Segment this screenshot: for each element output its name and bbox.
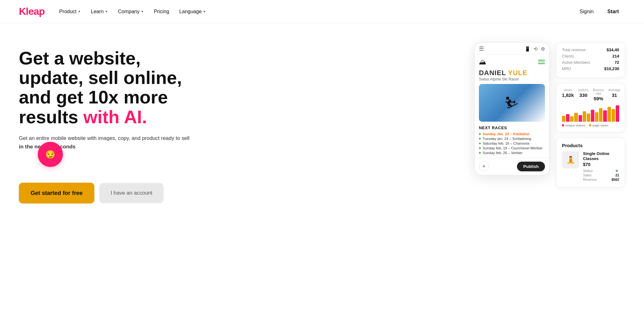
navbar: Kleap Product ▼ Learn ▼ Company ▼ Pricin…	[0, 0, 644, 23]
chart-stat-average: Average 31	[608, 88, 621, 101]
phone-content: ⛰ DANIEL YULE Swiss Alpine Ski Racer ⛷	[475, 54, 549, 155]
menu-line	[538, 60, 545, 61]
chevron-down-icon: ▼	[105, 10, 108, 13]
race-item-2: Tuesday jan. 24 – Schladming	[479, 137, 545, 141]
products-card: Products 🧘 Single Online Classes $70 Sta…	[556, 137, 625, 187]
get-started-button[interactable]: Get started for free	[19, 183, 94, 203]
chevron-down-icon: ▼	[203, 10, 206, 13]
hero-left: Get a website, update, sell online, and …	[19, 42, 233, 203]
bar	[595, 112, 598, 122]
hero-title: Get a website, update, sell online, and …	[19, 48, 233, 127]
race-dot	[479, 152, 481, 154]
phone-athlete-name: DANIEL YULE	[479, 69, 545, 77]
bar	[591, 110, 594, 122]
product-image: 🧘	[562, 151, 579, 169]
bar	[583, 111, 586, 122]
phone-athlete-image: ⛷	[479, 84, 545, 122]
race-dot	[479, 142, 481, 144]
hero-cta-area: 😏 Get started for free I have an account	[19, 164, 233, 203]
phone-bottom-bar: + Publish	[475, 158, 549, 175]
bar	[608, 107, 611, 122]
product-name: Single Online Classes	[583, 151, 619, 161]
bar	[616, 105, 619, 122]
bar	[603, 110, 607, 122]
phone-icon: 📱	[525, 46, 530, 52]
nav-company[interactable]: Company ▼	[114, 6, 148, 17]
nav-product[interactable]: Product ▼	[55, 6, 85, 17]
nav-language[interactable]: Language ▼	[175, 6, 210, 17]
product-detail-sales: Sales 21	[583, 173, 619, 177]
bar	[579, 115, 582, 122]
product-row: 🧘 Single Online Classes $70 Status Sales…	[562, 151, 619, 182]
mascot-face: 😏	[45, 150, 55, 159]
bar	[587, 114, 590, 122]
bar	[566, 114, 569, 122]
phone-brand-logo: ⛰	[479, 58, 486, 66]
bar	[599, 108, 602, 122]
bar	[574, 113, 578, 122]
revenue-row-2: Clients 214	[562, 54, 619, 58]
race-item-3: Saturday feb. 16 – Chamonix	[479, 141, 545, 145]
chart-card: views 1,82k visitors 330 Bounce rate 59%…	[556, 83, 625, 132]
bar-chart	[562, 104, 619, 122]
chevron-down-icon: ▼	[141, 10, 144, 13]
race-dot	[479, 138, 481, 140]
chevron-down-icon: ▼	[78, 10, 81, 13]
product-detail-status: Status	[583, 169, 619, 173]
product-detail-revenue: Revenue $562	[583, 178, 619, 181]
signin-link[interactable]: Signin	[580, 9, 593, 14]
phone-add-button[interactable]: +	[479, 161, 489, 171]
logo[interactable]: Kleap	[19, 6, 45, 17]
phone-menu-lines	[538, 60, 545, 64]
stats-cards: Total revenue $34,40 Clients 214 Active …	[556, 42, 625, 187]
bar	[562, 116, 565, 122]
nav-learn[interactable]: Learn ▼	[86, 6, 112, 17]
legend-dot-yellow	[589, 124, 591, 126]
chart-legend: unique visitors page views	[562, 124, 619, 127]
race-dot	[479, 147, 481, 149]
legend-page-views: page views	[589, 124, 608, 127]
menu-line	[538, 62, 545, 63]
phone-races-list: Sunday Jan. 22 – Kitzbühel Tuesday jan. …	[479, 132, 545, 155]
phone-top-bar: ☰ 📱 ⟲ ⚙	[475, 42, 549, 54]
start-link[interactable]: Start	[601, 6, 625, 17]
hero-right: ☰ 📱 ⟲ ⚙ ⛰	[474, 42, 625, 187]
bar	[612, 109, 615, 122]
race-item-1: Sunday Jan. 22 – Kitzbühel	[479, 132, 545, 136]
chart-stat-bounce: Bounce rate 59%	[593, 88, 604, 101]
hamburger-icon: ☰	[479, 46, 484, 52]
phone-logo-row: ⛰	[479, 58, 545, 66]
phone-races-title: NEXT RACES	[479, 125, 545, 130]
phone-athlete-subtitle: Swiss Alpine Ski Racer	[479, 77, 545, 81]
settings-icon: ⚙	[541, 46, 545, 52]
chart-stat-views: views 1,82k	[562, 88, 574, 101]
product-info: Single Online Classes $70 Status Sales 2…	[583, 151, 619, 182]
status-dot	[616, 170, 618, 172]
nav-pricing[interactable]: Pricing	[149, 6, 174, 17]
product-price: $70	[583, 162, 619, 167]
legend-unique-visitors: unique visitors	[562, 124, 585, 127]
revenue-row-3: Active Members 72	[562, 60, 619, 65]
products-card-title: Products	[562, 143, 619, 148]
bar	[570, 116, 574, 122]
have-account-button[interactable]: I have an account	[99, 183, 164, 203]
chart-stats-row: views 1,82k visitors 330 Bounce rate 59%…	[562, 88, 619, 101]
revenue-row-1: Total revenue $34,40	[562, 47, 619, 52]
chart-stat-visitors: visitors 330	[578, 88, 588, 101]
revenue-card: Total revenue $34,40 Clients 214 Active …	[556, 42, 625, 78]
nav-links: Product ▼ Learn ▼ Company ▼ Pricing Lang…	[55, 6, 210, 17]
phone-top-bar-right: 📱 ⟲ ⚙	[525, 46, 545, 52]
revenue-row-4: MRO $10,230	[562, 66, 619, 71]
race-item-4: Sunday feb. 19 – Courchevel Méribel	[479, 146, 545, 150]
nav-right: Signin Start	[580, 6, 625, 17]
race-item-5: Sunday feb. 26 – Verbier	[479, 151, 545, 155]
phone-mockup: ☰ 📱 ⟲ ⚙ ⛰	[474, 42, 550, 175]
share-icon: ⟲	[534, 46, 538, 52]
hero-section: Get a website, update, sell online, and …	[0, 23, 644, 216]
race-dot	[479, 133, 481, 135]
legend-dot-red	[562, 124, 564, 126]
nav-left: Kleap Product ▼ Learn ▼ Company ▼ Pricin…	[19, 6, 210, 17]
phone-publish-button[interactable]: Publish	[517, 162, 545, 171]
skier-emoji: ⛷	[504, 94, 519, 112]
cta-buttons: Get started for free I have an account	[19, 183, 233, 203]
